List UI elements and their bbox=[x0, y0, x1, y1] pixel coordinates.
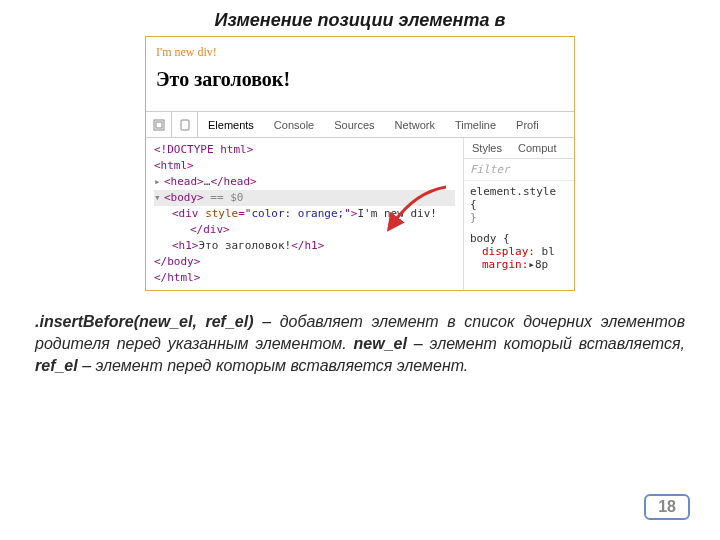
element-style-rule: element.style { } bbox=[464, 181, 574, 228]
code-doctype: <!DOCTYPE html> bbox=[154, 143, 253, 156]
param-new-el: new_el bbox=[354, 335, 407, 352]
devtools-screenshot: I'm new div! Это заголовок! Elements Con… bbox=[145, 36, 575, 291]
tab-timeline[interactable]: Timeline bbox=[445, 112, 506, 138]
description-text: .insertBefore(new_el, ref_el) – добавляе… bbox=[30, 311, 690, 377]
param-ref-el: ref_el bbox=[35, 357, 78, 374]
styles-tabs: Styles Comput bbox=[464, 138, 574, 159]
devtools-body: <!DOCTYPE html> <html> ▸<head>…</head> ▾… bbox=[146, 138, 574, 290]
styles-pane: Styles Comput Filter element.style { } b… bbox=[464, 138, 574, 290]
prop-display: display: bbox=[470, 245, 535, 258]
rule-es: element.style { bbox=[470, 185, 568, 211]
code-body-open: <body> bbox=[164, 191, 204, 204]
computed-tab[interactable]: Comput bbox=[510, 138, 565, 158]
svg-rect-1 bbox=[156, 122, 162, 128]
code-style-attr: style bbox=[205, 207, 238, 220]
dom-tree[interactable]: <!DOCTYPE html> <html> ▸<head>…</head> ▾… bbox=[146, 138, 464, 290]
svg-rect-2 bbox=[181, 120, 189, 130]
page-number: 18 bbox=[644, 494, 690, 520]
devtools-panel: Elements Console Sources Network Timelin… bbox=[146, 111, 574, 290]
desc-part3: – элемент перед которым вставляется элем… bbox=[78, 357, 469, 374]
filter-input[interactable]: Filter bbox=[464, 159, 574, 181]
code-body-sel: == $0 bbox=[204, 191, 244, 204]
devtools-toolbar: Elements Console Sources Network Timelin… bbox=[146, 112, 574, 138]
code-div-text: I'm new div! bbox=[357, 207, 436, 220]
code-body-close: </body> bbox=[154, 255, 200, 268]
rule-body: body { bbox=[470, 232, 568, 245]
body-rule: body { display: bl margin:▸8p bbox=[464, 228, 574, 275]
desc-part2: – элемент который вставляется, bbox=[407, 335, 685, 352]
rule-brace: } bbox=[470, 211, 568, 224]
val-display: bl bbox=[535, 245, 555, 258]
tab-elements[interactable]: Elements bbox=[198, 112, 264, 138]
tri-down-icon[interactable]: ▾ bbox=[154, 190, 164, 206]
code-div-open: <div bbox=[172, 207, 205, 220]
tab-console[interactable]: Console bbox=[264, 112, 324, 138]
device-icon[interactable] bbox=[172, 112, 198, 138]
code-html-close: </html> bbox=[154, 271, 200, 284]
code-h1-close: </h1> bbox=[291, 239, 324, 252]
code-h1-text: Это заголовок! bbox=[199, 239, 292, 252]
tab-profiles[interactable]: Profi bbox=[506, 112, 549, 138]
tri-icon[interactable]: ▸ bbox=[154, 174, 164, 190]
code-style-end: "> bbox=[344, 207, 357, 220]
tab-sources[interactable]: Sources bbox=[324, 112, 384, 138]
val-margin: ▸8p bbox=[528, 258, 548, 271]
prop-margin: margin: bbox=[470, 258, 528, 271]
code-style-val: color: orange; bbox=[252, 207, 345, 220]
new-div-text: I'm new div! bbox=[156, 45, 564, 60]
method-args: new_el, ref_el) bbox=[139, 313, 253, 330]
tab-network[interactable]: Network bbox=[385, 112, 445, 138]
code-div-close: </div> bbox=[190, 223, 230, 236]
styles-tab[interactable]: Styles bbox=[464, 138, 510, 158]
code-head-close: </head> bbox=[210, 175, 256, 188]
inspect-icon[interactable] bbox=[146, 112, 172, 138]
slide-title: Изменение позиции элемента в bbox=[30, 10, 690, 31]
code-head-open: <head> bbox=[164, 175, 204, 188]
browser-output: I'm new div! Это заголовок! bbox=[146, 37, 574, 111]
code-h1-open: <h1> bbox=[172, 239, 199, 252]
method-name: .insertBefore( bbox=[35, 313, 139, 330]
code-eq: =" bbox=[238, 207, 251, 220]
page-heading: Это заголовок! bbox=[156, 68, 564, 91]
code-html-open: <html> bbox=[154, 159, 194, 172]
